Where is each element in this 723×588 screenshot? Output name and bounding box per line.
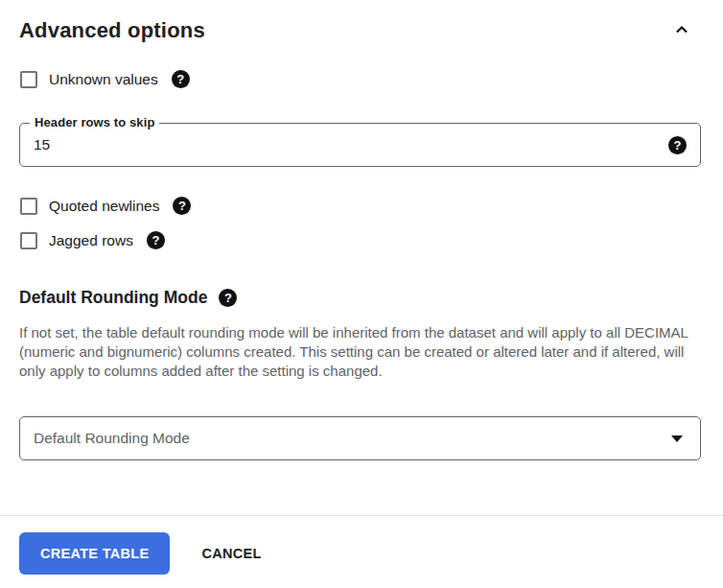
csv-options-group: Quoted newlines ? Jagged rows ? [19, 197, 701, 249]
rounding-mode-description: If not set, the table default rounding m… [19, 323, 701, 381]
quoted-newlines-label: Quoted newlines [49, 198, 159, 215]
chevron-up-icon [671, 19, 692, 43]
advanced-options-panel: Advanced options Unknown values ? Header… [0, 0, 723, 575]
header-rows-field: Header rows to skip ? [19, 123, 701, 167]
dropdown-arrow-icon [671, 435, 683, 442]
quoted-newlines-row[interactable]: Quoted newlines ? [19, 197, 701, 215]
rounding-mode-select[interactable]: Default Rounding Mode [19, 416, 701, 460]
section-title: Advanced options [19, 18, 205, 43]
unknown-values-checkbox[interactable] [20, 71, 37, 88]
header-rows-help-icon[interactable]: ? [668, 136, 687, 154]
jagged-rows-help-icon[interactable]: ? [147, 231, 165, 249]
quoted-newlines-checkbox[interactable] [20, 198, 37, 215]
jagged-rows-checkbox[interactable] [20, 232, 37, 249]
rounding-mode-select-placeholder: Default Rounding Mode [34, 430, 190, 447]
section-header: Advanced options [19, 17, 701, 44]
quoted-newlines-help-icon[interactable]: ? [173, 197, 191, 215]
collapse-section-button[interactable] [668, 17, 695, 44]
rounding-mode-heading: Default Rounding Mode [19, 288, 207, 308]
footer-divider [0, 515, 723, 516]
rounding-mode-help-icon[interactable]: ? [219, 289, 237, 307]
header-rows-field-label: Header rows to skip [30, 115, 159, 129]
jagged-rows-row[interactable]: Jagged rows ? [19, 231, 701, 249]
cancel-button[interactable]: CANCEL [201, 546, 261, 561]
header-rows-input[interactable] [20, 124, 668, 166]
unknown-values-label: Unknown values [49, 71, 158, 88]
unknown-values-help-icon[interactable]: ? [172, 70, 190, 88]
rounding-mode-heading-row: Default Rounding Mode ? [19, 288, 701, 308]
create-table-button[interactable]: CREATE TABLE [19, 532, 170, 575]
unknown-values-row[interactable]: Unknown values ? [19, 70, 701, 88]
action-bar: CREATE TABLE CANCEL [19, 532, 701, 575]
jagged-rows-label: Jagged rows [49, 232, 133, 249]
